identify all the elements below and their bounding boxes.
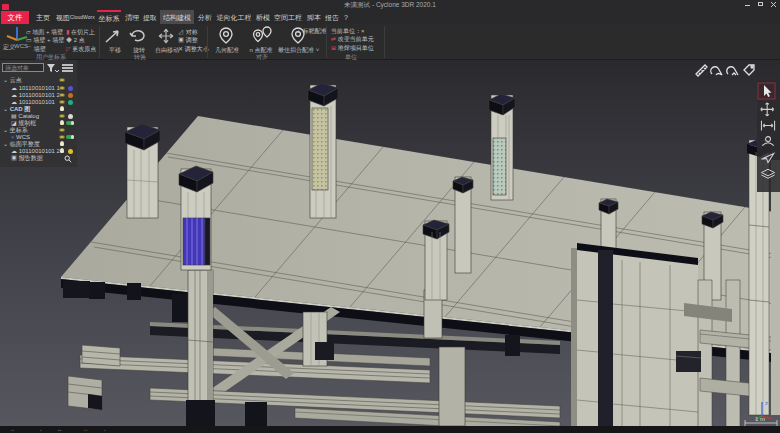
- svg-text:1 m: 1 m: [755, 416, 765, 422]
- svg-text:z: z: [765, 400, 768, 406]
